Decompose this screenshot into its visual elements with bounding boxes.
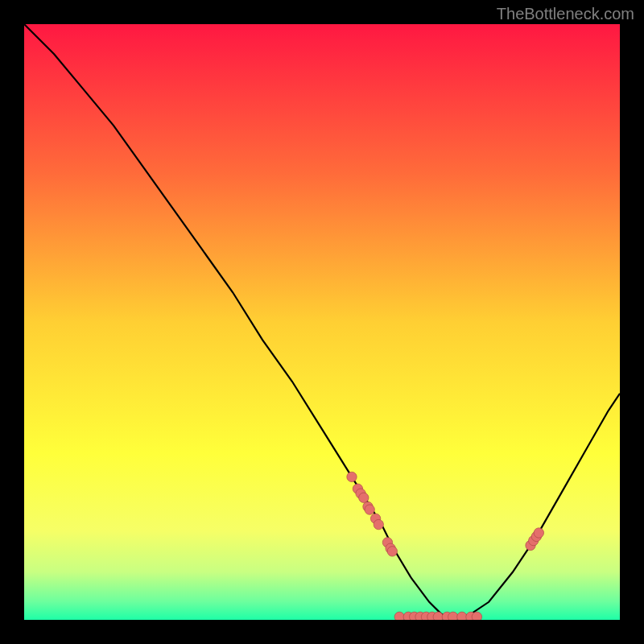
data-point bbox=[472, 612, 481, 620]
data-point bbox=[359, 493, 369, 502]
data-point bbox=[374, 519, 383, 529]
chart-plot-area bbox=[24, 24, 620, 620]
chart-svg bbox=[24, 24, 620, 620]
gradient-rect bbox=[24, 24, 620, 620]
data-point bbox=[387, 547, 397, 556]
data-point bbox=[534, 528, 543, 538]
watermark-text: TheBottleneck.com bbox=[497, 5, 634, 23]
data-point bbox=[347, 472, 357, 481]
data-point bbox=[457, 612, 467, 620]
data-point bbox=[448, 612, 458, 620]
data-point bbox=[394, 612, 404, 620]
background-gradient bbox=[24, 24, 620, 620]
data-point bbox=[433, 612, 443, 620]
data-point bbox=[365, 505, 374, 514]
